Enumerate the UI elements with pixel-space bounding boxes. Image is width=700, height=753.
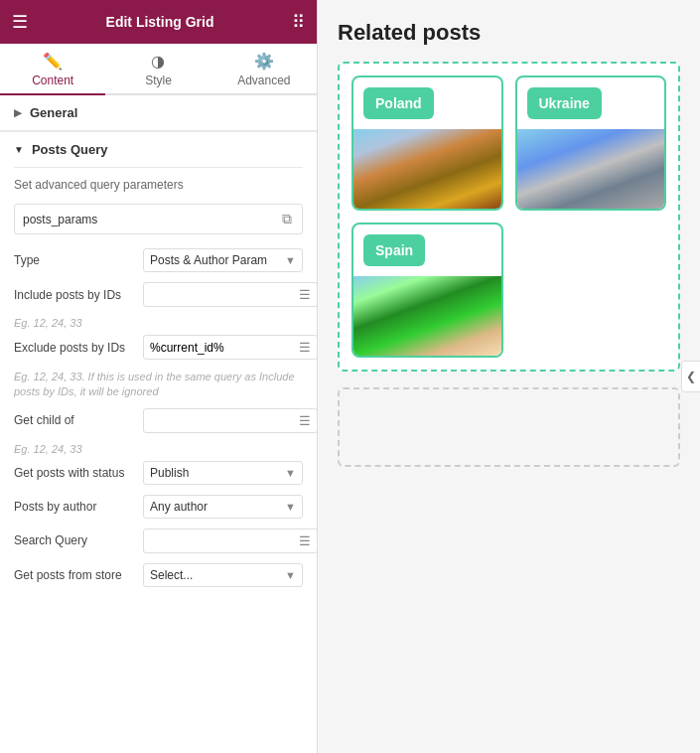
post-tag-spain: Spain xyxy=(363,234,425,266)
search-query-row: Search Query ☰ xyxy=(14,528,303,553)
post-tag-ukraine: Ukraine xyxy=(527,87,602,119)
store-label: Get posts from store xyxy=(14,568,143,582)
post-image-ukraine xyxy=(517,129,665,209)
include-ids-input-wrapper: ☰ xyxy=(143,282,318,307)
include-ids-clear-icon[interactable]: ☰ xyxy=(299,287,311,302)
copy-icon[interactable]: ⧉ xyxy=(280,211,294,227)
exclude-ids-label: Exclude posts by IDs xyxy=(14,341,143,355)
author-control: Any author Current User Specific Author … xyxy=(143,495,303,519)
post-tag-poland: Poland xyxy=(363,87,434,119)
left-panel: ☰ Edit Listing Grid ⠿ ✏️ Content ◑ Style… xyxy=(0,0,318,753)
search-query-input[interactable] xyxy=(150,533,299,547)
get-child-control: ☰ xyxy=(143,408,318,433)
exclude-ids-row: Exclude posts by IDs ☰ xyxy=(14,335,303,360)
include-ids-input[interactable] xyxy=(150,288,299,302)
include-ids-row: Include posts by IDs ☰ xyxy=(14,282,303,307)
get-child-input-wrapper: ☰ xyxy=(143,408,318,433)
search-query-clear-icon[interactable]: ☰ xyxy=(299,533,311,548)
tabs-bar: ✏️ Content ◑ Style ⚙️ Advanced xyxy=(0,44,317,95)
search-query-label: Search Query xyxy=(14,533,143,547)
exclude-ids-control: ☰ xyxy=(143,335,318,360)
exclude-ids-input-wrapper: ☰ xyxy=(143,335,318,360)
hamburger-icon[interactable]: ☰ xyxy=(12,11,28,33)
advanced-tab-icon: ⚙️ xyxy=(254,52,274,71)
include-ids-control: ☰ xyxy=(143,282,318,307)
search-query-input-wrapper: ☰ xyxy=(143,528,318,553)
code-block: ⧉ xyxy=(14,204,303,234)
type-label: Type xyxy=(14,253,143,267)
tab-content[interactable]: ✏️ Content xyxy=(0,44,105,95)
tab-style[interactable]: ◑ Style xyxy=(105,44,210,95)
post-image-poland xyxy=(353,129,501,209)
type-select[interactable]: Posts & Author Param Custom Query Relate… xyxy=(150,253,285,267)
status-select-wrapper: Publish Draft Pending Private Any ▼ xyxy=(143,461,303,485)
post-card-spain: Spain xyxy=(351,223,503,358)
get-child-row: Get child of ☰ xyxy=(14,408,303,433)
post-image-spain xyxy=(353,276,501,356)
bottom-dashed-area xyxy=(338,387,680,467)
exclude-ids-clear-icon[interactable]: ☰ xyxy=(299,340,311,355)
type-select-wrapper: Posts & Author Param Custom Query Relate… xyxy=(143,248,303,272)
tab-advanced[interactable]: ⚙️ Advanced xyxy=(211,44,317,95)
author-select-arrow-icon: ▼ xyxy=(285,501,296,513)
general-arrow-icon: ▶ xyxy=(14,107,22,118)
get-child-label: Get child of xyxy=(14,413,143,427)
posts-query-header[interactable]: ▼ Posts Query xyxy=(14,132,303,168)
posts-query-section: ▼ Posts Query Set advanced query paramet… xyxy=(0,132,317,611)
type-control: Posts & Author Param Custom Query Relate… xyxy=(143,248,303,272)
style-tab-icon: ◑ xyxy=(151,52,165,71)
exclude-ids-example: Eg. 12, 24, 33. If this is used in the s… xyxy=(14,370,303,400)
page-title: Edit Listing Grid xyxy=(106,14,214,30)
grid-icon[interactable]: ⠿ xyxy=(292,11,305,33)
store-select-arrow-icon: ▼ xyxy=(285,569,296,581)
general-section-header[interactable]: ▶ General xyxy=(0,95,317,131)
status-label: Get posts with status xyxy=(14,466,143,480)
posts-grid: Poland Ukraine Spain xyxy=(338,62,680,372)
author-select-wrapper: Any author Current User Specific Author … xyxy=(143,495,303,519)
exclude-ids-input[interactable] xyxy=(150,341,299,355)
author-label: Posts by author xyxy=(14,500,143,514)
search-query-control: ☰ xyxy=(143,528,318,553)
top-bar: ☰ Edit Listing Grid ⠿ xyxy=(0,0,317,44)
type-select-arrow-icon: ▼ xyxy=(285,254,296,266)
get-child-input[interactable] xyxy=(150,413,299,427)
status-select-arrow-icon: ▼ xyxy=(285,467,296,479)
author-row: Posts by author Any author Current User … xyxy=(14,495,303,519)
author-select[interactable]: Any author Current User Specific Author xyxy=(150,500,285,514)
store-control: Select... WooCommerce EDD ▼ xyxy=(143,563,303,587)
related-posts-title: Related posts xyxy=(338,20,680,46)
get-child-example: Eg. 12, 24, 33 xyxy=(14,443,303,455)
posts-query-arrow-icon: ▼ xyxy=(14,144,24,155)
content-tab-icon: ✏️ xyxy=(43,52,63,71)
hint-text: Set advanced query parameters xyxy=(14,178,303,192)
include-ids-label: Include posts by IDs xyxy=(14,288,143,302)
collapse-panel-button[interactable]: ❮ xyxy=(681,361,700,392)
status-row: Get posts with status Publish Draft Pend… xyxy=(14,461,303,485)
right-panel: Related posts Poland Ukraine Spain ❮ xyxy=(318,0,700,753)
store-select-wrapper: Select... WooCommerce EDD ▼ xyxy=(143,563,303,587)
post-card-poland: Poland xyxy=(351,75,503,211)
store-row: Get posts from store Select... WooCommer… xyxy=(14,563,303,587)
post-card-ukraine: Ukraine xyxy=(515,75,667,211)
type-row: Type Posts & Author Param Custom Query R… xyxy=(14,248,303,272)
status-select[interactable]: Publish Draft Pending Private Any xyxy=(150,466,285,480)
store-select[interactable]: Select... WooCommerce EDD xyxy=(150,568,285,582)
status-control: Publish Draft Pending Private Any ▼ xyxy=(143,461,303,485)
general-section: ▶ General xyxy=(0,95,317,132)
include-ids-example: Eg. 12, 24, 33 xyxy=(14,317,303,329)
code-input[interactable] xyxy=(23,213,280,226)
get-child-clear-icon[interactable]: ☰ xyxy=(299,413,311,428)
